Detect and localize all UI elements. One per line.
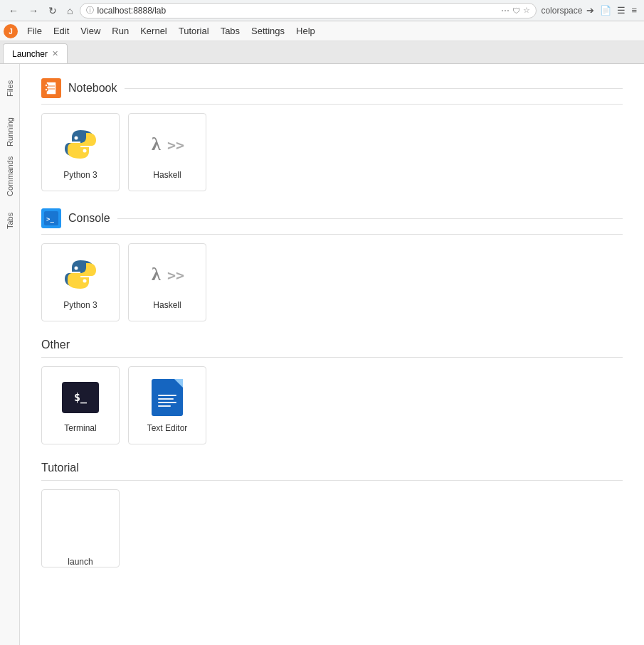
home-button[interactable]: ⌂ bbox=[64, 4, 75, 18]
svg-point-8 bbox=[83, 149, 87, 153]
terminal-icon-text: $_ bbox=[74, 391, 87, 404]
forward-button[interactable]: → bbox=[26, 4, 41, 18]
text-editor-icon bbox=[147, 378, 187, 417]
tutorial-section: Tutorial launch bbox=[41, 462, 623, 567]
menu-file[interactable]: File bbox=[21, 23, 48, 39]
notebook-haskell-card[interactable]: λ >> Haskell bbox=[128, 113, 206, 191]
reader-button[interactable]: ☰ bbox=[616, 4, 627, 17]
text-editor-label: Text Editor bbox=[147, 423, 188, 433]
jupyter-logo: J bbox=[3, 23, 19, 39]
refresh-button[interactable]: ↻ bbox=[46, 4, 60, 18]
tab-launcher[interactable]: Launcher ✕ bbox=[3, 43, 68, 63]
text-editor-corner bbox=[174, 379, 183, 388]
svg-point-4 bbox=[45, 88, 48, 91]
menubar: J File Edit View Run Kernel Tutorial Tab… bbox=[0, 21, 644, 41]
notebook-cards-grid: Python 3 λ >> Haskell bbox=[41, 113, 623, 191]
console-divider bbox=[117, 218, 623, 219]
terminal-card[interactable]: $_ Terminal bbox=[41, 366, 120, 444]
left-sidebar: Files Running Commands Tabs bbox=[0, 64, 20, 645]
terminal-icon-box: $_ bbox=[62, 382, 99, 413]
menu-settings[interactable]: Settings bbox=[246, 23, 290, 39]
haskell-icon-svg: λ >> bbox=[149, 126, 186, 163]
text-editor-card[interactable]: Text Editor bbox=[128, 366, 206, 444]
other-section-title: Other bbox=[41, 339, 623, 358]
sidebar-item-commands[interactable]: Commands bbox=[1, 155, 19, 198]
haskell-console-icon: λ >> bbox=[147, 255, 187, 294]
svg-text:J: J bbox=[9, 28, 13, 36]
menu-tabs[interactable]: Tabs bbox=[215, 23, 246, 39]
svg-text:λ: λ bbox=[152, 264, 161, 284]
browser-chrome: ← → ↻ ⌂ ⓘ localhost:8888/lab ⋯ 🛡 ☆ color… bbox=[0, 0, 644, 21]
svg-text:>_: >_ bbox=[46, 215, 54, 223]
address-bar[interactable]: ⓘ localhost:8888/lab ⋯ 🛡 ☆ bbox=[80, 3, 537, 18]
tab-close-button[interactable]: ✕ bbox=[52, 49, 58, 58]
console-python3-label: Python 3 bbox=[63, 300, 97, 310]
notebook-section-header: Notebook bbox=[41, 78, 623, 105]
running-label: Running bbox=[6, 118, 14, 147]
python-icon-svg bbox=[62, 126, 99, 163]
shield-icon: 🛡 bbox=[512, 6, 520, 15]
sidebar-item-tabs[interactable]: Tabs bbox=[1, 199, 19, 242]
text-line-2 bbox=[158, 398, 174, 400]
console-haskell-card[interactable]: λ >> Haskell bbox=[128, 243, 206, 321]
notebook-python3-card[interactable]: Python 3 bbox=[41, 113, 120, 191]
svg-text:>>: >> bbox=[167, 137, 184, 154]
menu-run[interactable]: Run bbox=[106, 23, 134, 39]
text-editor-lines bbox=[158, 395, 176, 407]
extensions-button[interactable]: 📄 bbox=[598, 4, 613, 17]
notebook-section-title: Notebook bbox=[68, 82, 117, 95]
tabs-label: Tabs bbox=[6, 212, 14, 228]
tutorial-cards-grid: launch bbox=[41, 489, 623, 567]
svg-point-7 bbox=[75, 137, 78, 140]
console-icon-svg: >_ bbox=[43, 210, 59, 226]
notebook-section-icon bbox=[41, 78, 61, 98]
svg-point-13 bbox=[75, 267, 78, 270]
launch-label: launch bbox=[68, 557, 93, 567]
notebook-icon-svg bbox=[43, 80, 59, 96]
console-section: >_ Console P bbox=[41, 208, 623, 321]
terminal-label: Terminal bbox=[64, 423, 96, 433]
haskell-console-icon-svg: λ >> bbox=[149, 256, 186, 293]
console-section-icon: >_ bbox=[41, 208, 61, 228]
other-cards-grid: $_ Terminal bbox=[41, 366, 623, 444]
sidebar-item-files[interactable]: Files bbox=[1, 67, 19, 110]
haskell-notebook-icon: λ >> bbox=[147, 124, 187, 164]
menu-kernel[interactable]: Kernel bbox=[134, 23, 173, 39]
bookmark-icon: ☆ bbox=[523, 6, 530, 15]
menu-tutorial[interactable]: Tutorial bbox=[173, 23, 215, 39]
menu-edit[interactable]: Edit bbox=[48, 23, 75, 39]
search-label: colorspace bbox=[541, 6, 582, 16]
files-label: Files bbox=[6, 80, 14, 96]
text-line-4 bbox=[158, 405, 171, 407]
console-section-header: >_ Console bbox=[41, 208, 623, 235]
main-layout: Files Running Commands Tabs bbox=[0, 64, 644, 645]
console-section-title: Console bbox=[68, 212, 110, 225]
address-menu-icon: ⋯ bbox=[501, 6, 510, 16]
sidebar-item-running[interactable]: Running bbox=[1, 111, 19, 154]
terminal-icon: $_ bbox=[60, 378, 100, 417]
svg-text:>>: >> bbox=[167, 267, 184, 284]
launch-card[interactable]: launch bbox=[41, 489, 120, 567]
tutorial-section-title: Tutorial bbox=[41, 462, 623, 481]
notebook-divider bbox=[125, 88, 623, 89]
python-notebook-icon bbox=[60, 124, 100, 164]
console-haskell-label: Haskell bbox=[153, 300, 181, 310]
notebook-python3-label: Python 3 bbox=[63, 170, 97, 180]
content-area: Notebook Python 3 bbox=[20, 64, 644, 645]
python-console-icon bbox=[60, 255, 100, 294]
text-editor-icon-box bbox=[152, 379, 183, 416]
commands-label: Commands bbox=[6, 156, 14, 196]
back-button[interactable]: ← bbox=[6, 4, 21, 18]
browser-actions: colorspace ➔ 📄 ☰ ≡ bbox=[541, 4, 638, 17]
console-python3-card[interactable]: Python 3 bbox=[41, 243, 120, 321]
more-button[interactable]: ≡ bbox=[630, 4, 638, 17]
tab-bar: Launcher ✕ bbox=[0, 41, 644, 64]
svg-point-3 bbox=[45, 84, 48, 87]
text-line-3 bbox=[158, 402, 176, 403]
svg-point-14 bbox=[83, 279, 87, 283]
tab-label: Launcher bbox=[12, 49, 48, 59]
menu-view[interactable]: View bbox=[75, 23, 106, 39]
menu-help[interactable]: Help bbox=[290, 23, 321, 39]
svg-rect-2 bbox=[46, 82, 56, 95]
search-go-button[interactable]: ➔ bbox=[585, 4, 596, 17]
